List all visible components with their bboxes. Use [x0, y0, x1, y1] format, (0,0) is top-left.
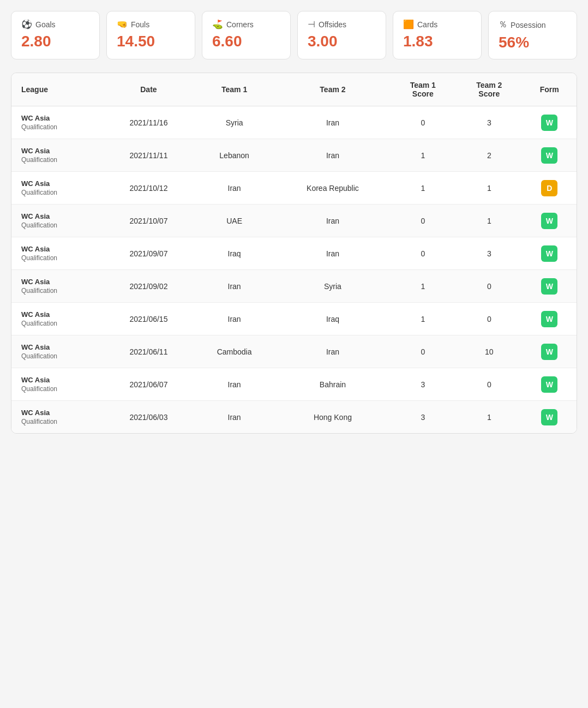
league-qual: Qualification: [21, 123, 99, 131]
stat-value-fouls: 14.50: [117, 33, 155, 50]
col-team1: Team 1: [193, 73, 276, 106]
stat-value-cards: 1.83: [403, 33, 433, 50]
league-wc: WC Asia: [21, 114, 99, 122]
league-qual: Qualification: [21, 352, 99, 360]
cell-score2: 1: [456, 205, 523, 237]
league-wc: WC Asia: [21, 409, 99, 417]
stat-value-goals: 2.80: [21, 33, 51, 50]
cell-league: WC Asia Qualification: [11, 368, 104, 401]
league-wc: WC Asia: [21, 179, 99, 188]
col-team1score: Team 1Score: [390, 73, 457, 106]
cell-score1: 0: [390, 335, 457, 368]
form-badge: W: [541, 147, 557, 164]
stat-label-possession: Posession: [511, 21, 546, 29]
stat-header-offsides: ⊣Offsides: [308, 19, 346, 29]
league-qual: Qualification: [21, 189, 99, 196]
stat-header-goals: ⚽Goals: [21, 19, 56, 29]
league-qual: Qualification: [21, 254, 99, 262]
stat-card-cards: 🟧Cards1.83: [393, 11, 482, 59]
cell-score1: 1: [390, 172, 457, 205]
cards-icon: 🟧: [403, 19, 414, 29]
match-table: League Date Team 1 Team 2 Team 1Score Te…: [11, 73, 577, 433]
col-team2: Team 2: [275, 73, 389, 106]
stat-value-offsides: 3.00: [308, 33, 338, 50]
stat-label-goals: Goals: [35, 20, 56, 29]
form-badge: W: [541, 278, 557, 295]
table-row: WC Asia Qualification 2021/11/11LebanonI…: [11, 139, 577, 172]
cell-score2: 0: [456, 303, 523, 335]
cell-date: 2021/09/07: [104, 237, 193, 270]
league-wc: WC Asia: [21, 245, 99, 253]
cell-form: W: [523, 106, 577, 139]
cell-team2: Iran: [275, 139, 389, 172]
cell-score1: 1: [390, 139, 457, 172]
stat-card-possession: ％Posession56%: [488, 11, 577, 59]
table-header-row: League Date Team 1 Team 2 Team 1Score Te…: [11, 73, 577, 106]
stat-header-fouls: 🤜Fouls: [117, 19, 149, 29]
form-badge: D: [541, 180, 557, 196]
cell-team1: Iran: [193, 270, 276, 303]
fouls-icon: 🤜: [117, 19, 128, 29]
stat-label-corners: Corners: [226, 20, 254, 29]
cell-form: W: [523, 139, 577, 172]
cell-date: 2021/06/15: [104, 303, 193, 335]
form-badge: W: [541, 213, 557, 229]
league-qual: Qualification: [21, 418, 99, 425]
offsides-icon: ⊣: [308, 19, 315, 29]
form-badge: W: [541, 344, 557, 360]
cell-team2: Korea Republic: [275, 172, 389, 205]
cell-form: W: [523, 335, 577, 368]
stat-label-fouls: Fouls: [131, 20, 149, 29]
table-row: WC Asia Qualification 2021/09/07IraqIran…: [11, 237, 577, 270]
cell-league: WC Asia Qualification: [11, 205, 104, 237]
stat-value-possession: 56%: [499, 34, 529, 51]
cell-team1: Iran: [193, 303, 276, 335]
cell-team2: Iran: [275, 106, 389, 139]
cell-form: W: [523, 368, 577, 401]
cell-score2: 2: [456, 139, 523, 172]
cell-score1: 1: [390, 303, 457, 335]
cell-score1: 0: [390, 237, 457, 270]
match-table-container: League Date Team 1 Team 2 Team 1Score Te…: [11, 73, 577, 434]
form-badge: W: [541, 245, 557, 262]
cell-team2: Iran: [275, 335, 389, 368]
cell-date: 2021/11/16: [104, 106, 193, 139]
cell-score2: 0: [456, 270, 523, 303]
stat-header-cards: 🟧Cards: [403, 19, 437, 29]
cell-team1: Syria: [193, 106, 276, 139]
cell-score2: 3: [456, 237, 523, 270]
cell-team2: Iran: [275, 205, 389, 237]
stat-label-offsides: Offsides: [319, 20, 346, 29]
cell-team2: Iraq: [275, 303, 389, 335]
table-row: WC Asia Qualification 2021/06/03IranHong…: [11, 401, 577, 434]
cell-date: 2021/06/07: [104, 368, 193, 401]
cell-form: W: [523, 270, 577, 303]
league-wc: WC Asia: [21, 343, 99, 351]
cell-form: W: [523, 237, 577, 270]
cell-score2: 1: [456, 401, 523, 434]
table-row: WC Asia Qualification 2021/06/11Cambodia…: [11, 335, 577, 368]
league-wc: WC Asia: [21, 212, 99, 220]
cell-score1: 3: [390, 368, 457, 401]
league-wc: WC Asia: [21, 376, 99, 384]
cell-team1: Cambodia: [193, 335, 276, 368]
table-row: WC Asia Qualification 2021/10/07UAEIran0…: [11, 205, 577, 237]
cell-team1: Iraq: [193, 237, 276, 270]
league-qual: Qualification: [21, 221, 99, 229]
cell-score2: 1: [456, 172, 523, 205]
cell-team2: Syria: [275, 270, 389, 303]
cell-league: WC Asia Qualification: [11, 139, 104, 172]
goals-icon: ⚽: [21, 19, 32, 29]
cell-team1: Iran: [193, 401, 276, 434]
table-row: WC Asia Qualification 2021/06/07IranBahr…: [11, 368, 577, 401]
col-league: League: [11, 73, 104, 106]
cell-team1: Iran: [193, 172, 276, 205]
form-badge: W: [541, 311, 557, 327]
table-row: WC Asia Qualification 2021/06/15IranIraq…: [11, 303, 577, 335]
form-badge: W: [541, 376, 557, 393]
cell-form: D: [523, 172, 577, 205]
form-badge: W: [541, 115, 557, 131]
cell-date: 2021/06/03: [104, 401, 193, 434]
cell-date: 2021/10/07: [104, 205, 193, 237]
stat-card-corners: ⛳Corners6.60: [202, 11, 291, 59]
